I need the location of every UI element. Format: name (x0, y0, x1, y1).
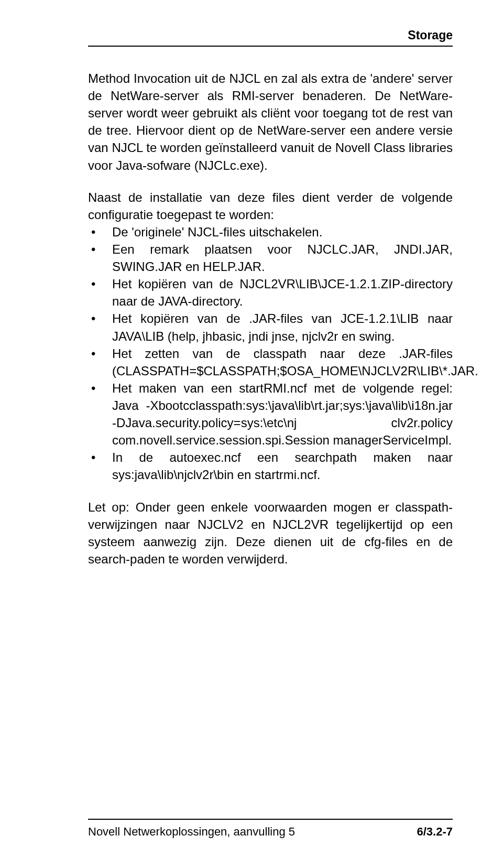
list-item: Een remark plaatsen voor NJCLC.JAR, JNDI… (88, 241, 453, 275)
bullet-list: De 'originele' NJCL-files uitschakelen. … (88, 223, 453, 484)
body-text: Method Invocation uit de NJCL en zal als… (88, 70, 453, 568)
paragraph: Method Invocation uit de NJCL en zal als… (88, 70, 453, 174)
list-item: In de autoexec.ncf een searchpath maken … (88, 449, 453, 483)
footer-rule (88, 819, 453, 820)
list-item: De 'originele' NJCL-files uitschakelen. (88, 223, 453, 241)
footer-row: Novell Netwerkoplossingen, aanvulling 5 … (88, 825, 453, 839)
list-item: Het kopiëren van de .JAR-files van JCE-1… (88, 310, 453, 344)
list-item: Het kopiëren van de NJCL2VR\LIB\JCE-1.2.… (88, 275, 453, 310)
list-item: Het zetten van de classpath naar deze .J… (88, 345, 453, 379)
list-item: Het maken van een startRMI.ncf met de vo… (88, 379, 453, 449)
page-header: Storage (88, 28, 453, 47)
paragraph: Let op: Onder geen enkele voorwaarden mo… (88, 498, 453, 568)
page-footer: Novell Netwerkoplossingen, aanvulling 5 … (50, 819, 453, 839)
paragraph: Naast de installatie van deze files dien… (88, 189, 453, 223)
footer-page-number: 6/3.2-7 (417, 825, 453, 839)
footer-left-text: Novell Netwerkoplossingen, aanvulling 5 (88, 825, 295, 839)
page: Storage Method Invocation uit de NJCL en… (0, 0, 503, 868)
header-title: Storage (408, 28, 453, 42)
